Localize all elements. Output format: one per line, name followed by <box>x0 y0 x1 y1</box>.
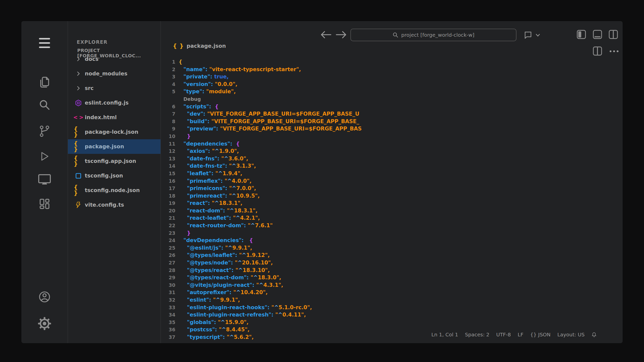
search-input[interactable]: project [forge_world-clock-w] <box>350 29 516 41</box>
status-item[interactable]: {} JSON <box>530 332 550 338</box>
code-content: { <box>179 58 182 66</box>
search-icon[interactable] <box>21 99 68 111</box>
code-token: ^ <box>218 170 223 176</box>
search-placeholder: project [forge_world-clock-w] <box>401 32 474 38</box>
tree-item-node_modules[interactable]: node_modules <box>68 66 160 81</box>
code-content: "preview": "VITE_FORGE_APP_BASE_URI=$FOR… <box>179 125 362 133</box>
code-token: " <box>212 148 215 154</box>
status-item[interactable]: UTF-8 <box>496 332 511 338</box>
code-line: 34"eslint-plugin-react-refresh": "^0.4.1… <box>160 311 621 319</box>
code-token: ^ <box>222 327 226 333</box>
line-number: 21 <box>160 214 175 222</box>
explorer-sidebar: EXPLORER PROJECT [FORGE_WORLD_CLOC... do… <box>68 21 161 343</box>
bell-icon[interactable] <box>591 332 597 337</box>
tree-item-package-lock.json[interactable]: { }package-lock.json <box>68 125 160 139</box>
code-token: ^ <box>230 208 234 214</box>
code-token: 4.3.1", <box>263 282 283 288</box>
remote-monitor-icon[interactable] <box>21 173 68 186</box>
status-item[interactable]: Layout: US <box>557 332 585 338</box>
code-token: 1.9.4", <box>223 170 243 176</box>
line-number: 3 <box>160 73 175 81</box>
layout-sidebar-left-icon[interactable] <box>577 30 586 40</box>
code-token: { <box>234 141 240 147</box>
dashboard-grid-icon[interactable] <box>21 198 68 210</box>
tree-item-vite.config.ts[interactable]: vite.config.ts <box>68 198 160 212</box>
screen: EXPLORER PROJECT [FORGE_WORLD_CLOC... do… <box>0 0 644 362</box>
tree-item-src[interactable]: src <box>68 81 160 96</box>
code-content: "react-leaflet": "^4.2.1", <box>179 214 260 222</box>
eslint-icon <box>74 100 83 106</box>
more-ellipsis-icon[interactable] <box>609 49 619 54</box>
code-token: "autoprefixer": <box>187 289 233 295</box>
blue-square-icon <box>74 173 83 179</box>
tree-item-tsconfig.app.json[interactable]: { }tsconfig.app.json <box>68 154 160 168</box>
forward-arrow-icon[interactable] <box>335 30 347 40</box>
status-item[interactable]: Spaces: 2 <box>465 332 489 338</box>
chat-control[interactable] <box>524 31 541 40</box>
tree-item-tsconfig.node.json[interactable]: { }tsconfig.node.json <box>68 183 160 198</box>
code-content: "date-fns": "^3.6.0", <box>179 155 248 163</box>
code-token: { <box>246 237 253 243</box>
files-copy-icon[interactable] <box>21 76 68 89</box>
tree-item-eslint.config.js[interactable]: eslint.config.js <box>68 96 160 110</box>
run-icon[interactable] <box>21 151 68 162</box>
code-token: 9.9.1", <box>220 297 240 303</box>
account-icon[interactable] <box>21 291 68 303</box>
split-editor-secondary-icon[interactable] <box>593 46 602 57</box>
code-lines[interactable]: 1{2"name": "vite-react-typescript-starte… <box>160 58 621 341</box>
tree-item-index.html[interactable]: < >index.html <box>68 110 160 125</box>
code-line: 26"@types/leaflet": "^1.9.12", <box>160 252 621 259</box>
code-line: 5"type": "module", <box>160 88 621 96</box>
code-content: "build": "VITE_FORGE_APP_BASE_URI=$FORGE… <box>179 118 359 125</box>
code-line: 19"react": "^18.3.1", <box>160 200 621 207</box>
code-line: 20"react-dom": "^18.3.1", <box>160 207 621 215</box>
code-token: " <box>227 208 230 214</box>
code-token: ^ <box>232 185 236 191</box>
code-token: "primereact": <box>187 193 229 199</box>
code-content: "eslint": "^9.9.1", <box>179 296 240 304</box>
line-number: 6 <box>160 103 175 111</box>
line-number: 13 <box>160 155 175 163</box>
code-token: "type": <box>183 88 206 95</box>
code-token: ^ <box>242 252 246 258</box>
code-content: "dev": "VITE_FORGE_APP_BASE_URI=$FORGE_A… <box>179 110 359 118</box>
tree-item-package.json[interactable]: { }package.json <box>68 139 160 154</box>
code-content: "primeflex": "^4.0.0", <box>179 177 252 185</box>
code-token: "date-fns-tz": <box>187 163 229 169</box>
chevron-right-icon <box>74 85 83 91</box>
line-number: 34 <box>160 311 175 319</box>
code-content: "leaflet": "^1.9.4", <box>179 170 242 177</box>
code-token: 15.9.0", <box>225 319 249 325</box>
code-token: 1.9.0", <box>219 148 239 154</box>
tree-item-tsconfig.json[interactable]: tsconfig.json <box>68 168 160 183</box>
line-number: 20 <box>160 207 175 215</box>
menu-icon[interactable] <box>21 37 68 50</box>
code-token: " <box>213 297 216 303</box>
code-token: " <box>225 245 228 251</box>
code-token: "0.0.0", <box>215 81 237 87</box>
file-tree: docsnode_modulessrceslint.config.js< >in… <box>68 52 160 212</box>
code-token: "build": <box>187 118 211 124</box>
code-token: " <box>233 289 236 295</box>
status-item[interactable]: Ln 1, Col 1 <box>431 332 458 338</box>
code-content: "react-dom": "^18.3.1", <box>179 207 258 215</box>
code-token: 5.1.0-rc.0", <box>278 304 312 310</box>
code-token: " <box>229 185 232 191</box>
code-token: " <box>248 222 251 229</box>
source-control-icon[interactable] <box>21 125 68 138</box>
code-token: " <box>221 156 224 162</box>
code-token: " <box>235 260 237 266</box>
tree-item-docs[interactable]: docs <box>68 52 160 66</box>
editor-tab[interactable]: { } package.json <box>173 43 226 49</box>
file-name: package.json <box>85 144 124 150</box>
layout-panel-bottom-icon[interactable] <box>593 30 602 40</box>
line-number: 8 <box>160 118 175 125</box>
status-item[interactable]: LF <box>518 332 524 338</box>
back-arrow-icon[interactable] <box>320 30 332 40</box>
code-token: "eslint-plugin-react-hooks": <box>187 304 271 310</box>
settings-gear-icon[interactable] <box>21 317 68 330</box>
code-content: "autoprefixer": "^10.4.20", <box>179 289 268 296</box>
code-line: 35"globals": "^15.9.0", <box>160 319 621 326</box>
split-editor-icon[interactable] <box>609 30 618 40</box>
code-token: } <box>187 230 191 236</box>
